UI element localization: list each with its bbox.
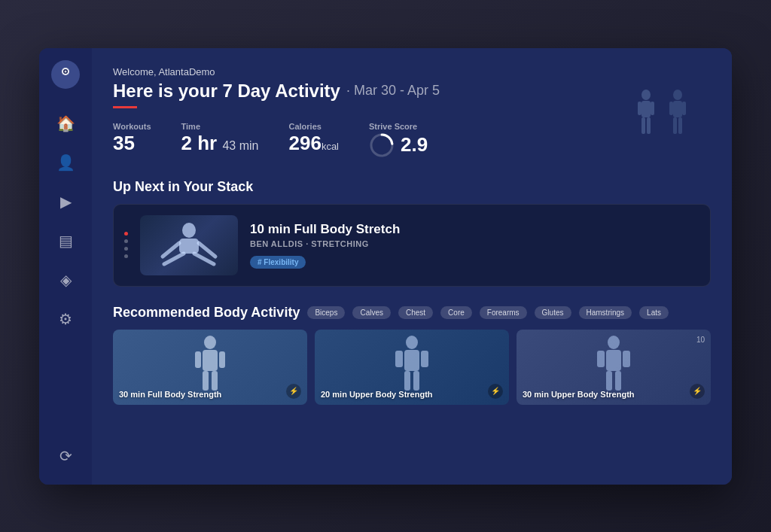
up-next-title: Up Next in Your Stack (113, 179, 711, 195)
date-range: · Mar 30 - Apr 5 (346, 83, 440, 99)
stats-row: Workouts 35 Time 2 hr 43 min Calories 29… (113, 122, 711, 158)
logo-icon (56, 65, 75, 84)
svg-rect-11 (669, 102, 673, 115)
svg-rect-24 (203, 350, 218, 371)
layers-icon: ◈ (60, 271, 72, 289)
hero-title: Here is your 7 Day Activity · Mar 30 - A… (113, 81, 711, 102)
svg-rect-12 (682, 102, 686, 115)
workout-3-label: 30 min Upper Body Strength (523, 390, 635, 399)
main-content: Welcome, AtlantaDemo Here is your 7 Day … (92, 48, 732, 485)
svg-point-29 (406, 336, 418, 349)
workout-card-3[interactable]: 30 min Upper Body Strength ⚡ 10 (517, 330, 711, 405)
stat-time: Time 2 hr 43 min (181, 122, 259, 154)
filter-chest[interactable]: Chest (398, 306, 433, 319)
header-section: Welcome, AtlantaDemo Here is your 7 Day … (113, 66, 711, 158)
workout-3-number: 10 (696, 336, 705, 344)
dot-1 (124, 232, 128, 236)
svg-rect-31 (395, 351, 403, 367)
svg-rect-38 (623, 351, 630, 367)
dot-2 (124, 239, 128, 243)
stack-card[interactable]: 10 min Full Body Stretch BEN ALLDIS · ST… (113, 204, 711, 287)
sidebar-item-settings[interactable]: ⚙ (49, 302, 82, 336)
peloton-icon: ⟳ (59, 447, 72, 465)
dot-3 (124, 247, 128, 251)
profile-icon: 👤 (56, 154, 75, 172)
svg-rect-26 (219, 351, 225, 368)
sidebar-item-peloton[interactable]: ⟳ (49, 439, 82, 473)
home-icon: 🏠 (56, 114, 75, 132)
svg-rect-33 (404, 371, 410, 391)
svg-rect-10 (673, 101, 682, 117)
stack-thumbnail (140, 215, 238, 275)
svg-rect-28 (212, 371, 218, 391)
svg-rect-39 (606, 371, 612, 391)
workout-2-label: 20 min Upper Body Strength (321, 390, 433, 399)
svg-rect-32 (421, 351, 428, 367)
svg-point-23 (204, 336, 216, 349)
play-icon: ▶ (60, 193, 72, 211)
dot-4 (124, 254, 128, 258)
recommended-header: Recommended Body Activity Biceps Calves … (113, 305, 711, 321)
calories-value: 296kcal (288, 132, 339, 154)
svg-rect-18 (179, 239, 199, 254)
app-logo (51, 60, 80, 89)
filter-lats[interactable]: Lats (639, 306, 669, 319)
workout-2-icon: ⚡ (488, 384, 503, 399)
strive-score-value: 2.9 (401, 134, 428, 156)
svg-rect-27 (203, 371, 209, 391)
sidebar: 🏠 👤 ▶ ▤ ◈ ⚙ ⟳ (39, 48, 92, 485)
stack-instructor: BEN ALLDIS · STRETCHING (250, 239, 699, 248)
svg-rect-4 (641, 101, 651, 117)
filter-hamstrings[interactable]: Hamstrings (579, 306, 632, 319)
filter-core[interactable]: Core (440, 306, 472, 319)
svg-rect-40 (615, 371, 621, 391)
flexibility-tag[interactable]: # Flexibility (250, 256, 306, 269)
svg-rect-5 (638, 102, 641, 115)
sidebar-item-home[interactable]: 🏠 (49, 107, 82, 140)
workout-1-icon: ⚡ (286, 384, 301, 399)
filter-forearms[interactable]: Forearms (480, 306, 527, 319)
time-label: Time (181, 122, 259, 131)
svg-point-2 (65, 70, 67, 72)
workout-card-2[interactable]: 20 min Upper Body Strength ⚡ (315, 330, 509, 405)
dot-nav (124, 232, 128, 258)
calories-label: Calories (288, 122, 339, 131)
filter-biceps[interactable]: Biceps (307, 306, 345, 319)
filter-glutes[interactable]: Glutes (535, 306, 571, 319)
svg-point-9 (673, 90, 682, 100)
svg-rect-25 (195, 351, 201, 368)
stack-workout-title: 10 min Full Body Stretch (250, 222, 699, 237)
strive-score-display: 2.9 (369, 132, 428, 158)
strive-ring-icon (369, 132, 395, 158)
stretch-figure (155, 219, 223, 272)
svg-line-20 (199, 243, 215, 257)
settings-icon: ⚙ (59, 310, 72, 328)
hero-title-text: Here is your 7 Day Activity (113, 81, 340, 102)
svg-point-35 (608, 336, 620, 349)
sidebar-item-library[interactable]: ◈ (49, 263, 82, 296)
stat-strive-score: Strive Score 2.9 (369, 122, 428, 158)
recommended-title: Recommended Body Activity (113, 305, 300, 321)
thumbnail-inner (140, 215, 238, 275)
svg-rect-34 (413, 371, 419, 391)
workout-card-1[interactable]: 30 min Full Body Strength ⚡ (113, 330, 307, 405)
stack-icon: ▤ (59, 232, 73, 250)
svg-rect-37 (597, 351, 605, 367)
stat-calories: Calories 296kcal (288, 122, 339, 154)
sidebar-item-profile[interactable]: 👤 (49, 146, 82, 179)
workout-3-icon: ⚡ (690, 384, 705, 399)
filter-calves[interactable]: Calves (352, 306, 391, 319)
sidebar-item-stack[interactable]: ▤ (49, 224, 82, 257)
stat-workouts: Workouts 35 (113, 122, 151, 154)
time-value: 2 hr 43 min (181, 132, 259, 154)
strive-score-label: Strive Score (369, 122, 428, 131)
red-divider (113, 106, 137, 108)
workouts-label: Workouts (113, 122, 151, 131)
svg-line-19 (163, 243, 179, 257)
stack-info: 10 min Full Body Stretch BEN ALLDIS · ST… (250, 222, 699, 269)
sidebar-item-classes[interactable]: ▶ (49, 185, 82, 218)
svg-point-3 (641, 90, 651, 100)
svg-point-17 (182, 223, 196, 238)
main-screen: 🏠 👤 ▶ ▤ ◈ ⚙ ⟳ (39, 48, 732, 485)
workout-cards-grid: 30 min Full Body Strength ⚡ 20 min Upper… (113, 330, 711, 405)
